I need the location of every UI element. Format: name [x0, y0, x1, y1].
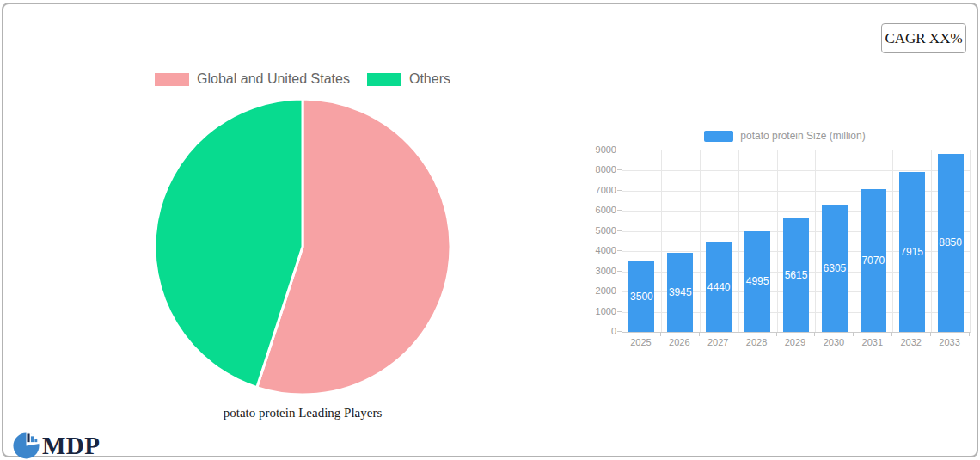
gridline-horizontal — [622, 170, 970, 171]
x-axis-tick — [622, 332, 622, 336]
bar-value-label: 7915 — [895, 246, 929, 258]
y-axis-tick — [617, 169, 622, 170]
bar-chart: potato protein Size (million) 3500394544… — [588, 128, 980, 357]
y-axis-tick — [617, 230, 622, 231]
bar-value-label: 6305 — [818, 262, 852, 274]
y-axis-label: 5000 — [588, 225, 616, 236]
x-axis-label: 2028 — [739, 337, 774, 347]
gridline-vertical — [661, 150, 662, 332]
y-axis-tick — [617, 210, 622, 211]
x-axis-tick — [776, 332, 777, 336]
x-axis-tick — [891, 332, 892, 336]
x-axis-tick — [738, 332, 738, 336]
x-axis-tick — [969, 332, 970, 336]
mdp-logo-text: MDP — [42, 432, 101, 459]
bar-legend-label: potato protein Size (million) — [740, 130, 865, 142]
pie-legend: Global and United States Others — [152, 71, 453, 87]
y-axis-tick — [617, 291, 622, 291]
gridline-vertical — [931, 150, 932, 332]
x-axis-label: 2026 — [662, 337, 696, 347]
y-axis-tick — [617, 311, 622, 312]
bar-value-label: 7070 — [856, 255, 891, 267]
x-axis-tick — [699, 332, 700, 336]
gridline-vertical — [815, 150, 816, 332]
x-axis-label: 2027 — [701, 337, 735, 347]
pie-legend-item-global[interactable]: Global and United States — [155, 71, 350, 87]
cagr-badge[interactable]: CAGR XX% — [881, 23, 966, 53]
pie-legend-label-global: Global and United States — [197, 71, 350, 87]
x-axis-tick — [660, 332, 661, 336]
y-axis-label: 1000 — [588, 306, 616, 316]
bar-plot-area: 350039454440499556156305707079158850 — [622, 150, 971, 333]
y-axis-label: 9000 — [588, 144, 616, 155]
gridline-vertical — [854, 150, 854, 332]
gridline-vertical — [892, 150, 893, 332]
y-axis-label: 3000 — [588, 266, 616, 276]
y-axis-label: 2000 — [588, 285, 616, 296]
gridline-vertical — [700, 150, 701, 332]
bar-legend-swatch — [704, 131, 733, 142]
pie-chart — [152, 96, 453, 397]
pie-legend-swatch-global — [155, 73, 189, 86]
bar-value-label: 8850 — [934, 236, 968, 248]
y-axis-tick — [617, 250, 622, 251]
mdp-logo[interactable]: MDP — [13, 432, 101, 459]
pie-legend-label-others: Others — [409, 71, 450, 87]
gridline-vertical — [738, 150, 739, 332]
bar-legend[interactable]: potato protein Size (million) — [588, 130, 980, 142]
x-axis-label: 2029 — [778, 337, 812, 347]
y-axis-label: 8000 — [588, 164, 616, 175]
x-axis-tick — [814, 332, 815, 336]
y-axis-tick — [617, 271, 622, 272]
y-axis-tick — [617, 150, 622, 150]
bar-value-label: 3500 — [624, 291, 658, 303]
pie-chart-title: potato protein Leading Players — [131, 406, 475, 420]
bar-value-label: 3945 — [663, 286, 697, 298]
pie-legend-item-others[interactable]: Others — [367, 71, 450, 87]
logo-bar-3 — [34, 439, 37, 442]
logo-bar-1 — [27, 433, 29, 442]
y-axis-label: 0 — [588, 326, 616, 336]
bar-value-label: 4995 — [740, 275, 775, 287]
x-axis-tick — [853, 332, 854, 336]
x-axis-label: 2025 — [623, 337, 658, 347]
logo-bar-2 — [31, 436, 34, 442]
y-axis-label: 7000 — [588, 185, 616, 195]
pie-legend-swatch-others — [367, 73, 401, 86]
bar-value-label: 4440 — [701, 281, 736, 293]
mdp-logo-icon — [13, 432, 40, 459]
x-axis-label: 2031 — [855, 337, 890, 347]
x-axis-label: 2033 — [933, 337, 967, 347]
y-axis-tick — [617, 190, 622, 191]
report-card: CAGR XX% Global and United States Others… — [2, 3, 978, 457]
y-axis-label: 4000 — [588, 245, 616, 255]
x-axis-tick — [930, 332, 931, 336]
x-axis-label: 2030 — [817, 337, 851, 347]
x-axis-label: 2032 — [894, 337, 928, 347]
bar-value-label: 5615 — [779, 269, 813, 281]
y-axis-label: 6000 — [588, 205, 616, 215]
gridline-vertical — [777, 150, 778, 332]
